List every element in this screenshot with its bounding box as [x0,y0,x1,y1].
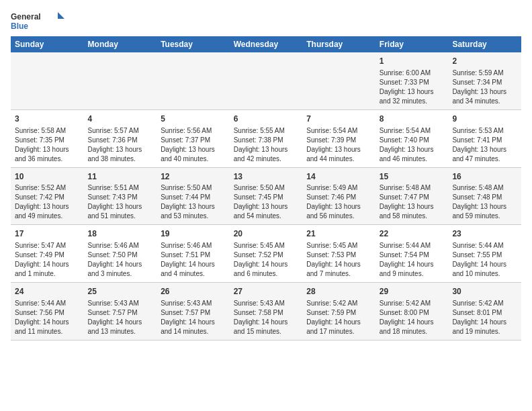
day-detail-text: Daylight: 13 hours and 59 minutes. [452,202,517,221]
day-detail-text: Sunset: 7:44 PM [161,193,226,202]
day-number: 20 [234,228,299,240]
calendar-cell: 8Sunrise: 5:54 AMSunset: 7:40 PMDaylight… [375,109,449,167]
calendar-cell: 13Sunrise: 5:50 AMSunset: 7:45 PMDayligh… [230,167,303,225]
calendar-cell [157,52,230,109]
day-detail-text: Sunrise: 5:45 AM [234,241,299,250]
day-detail-text: Sunset: 8:00 PM [380,308,445,318]
day-detail-text: Daylight: 13 hours and 34 minutes. [452,87,517,106]
day-detail-text: Sunrise: 5:43 AM [234,299,299,308]
day-number: 25 [88,286,153,298]
day-detail-text: Sunset: 7:47 PM [380,193,445,202]
calendar-cell: 14Sunrise: 5:49 AMSunset: 7:46 PMDayligh… [302,167,375,225]
day-number: 15 [380,171,445,183]
calendar-cell: 25Sunrise: 5:43 AMSunset: 7:57 PMDayligh… [84,283,157,340]
calendar-cell: 1Sunrise: 6:00 AMSunset: 7:33 PMDaylight… [375,52,449,109]
day-detail-text: Sunset: 7:49 PM [15,250,80,260]
logo-icon: General Blue [11,11,64,31]
calendar-cell: 22Sunrise: 5:44 AMSunset: 7:54 PMDayligh… [375,225,449,283]
day-detail-text: Sunrise: 5:54 AM [306,126,371,136]
day-number: 1 [380,56,445,67]
calendar-cell: 17Sunrise: 5:47 AMSunset: 7:49 PMDayligh… [11,225,84,283]
day-detail-text: Sunset: 7:41 PM [452,136,517,145]
day-detail-text: Daylight: 14 hours and 6 minutes. [234,260,299,279]
calendar-week-row: 3Sunrise: 5:58 AMSunset: 7:35 PMDaylight… [11,109,521,167]
day-detail-text: Daylight: 14 hours and 11 minutes. [15,318,80,336]
calendar-cell: 5Sunrise: 5:56 AMSunset: 7:37 PMDaylight… [157,109,230,167]
column-header-thursday: Thursday [302,36,375,52]
day-detail-text: Sunrise: 5:44 AM [452,241,517,250]
day-number: 30 [452,286,517,298]
column-header-wednesday: Wednesday [230,36,303,52]
day-detail-text: Sunset: 7:38 PM [234,136,299,145]
day-detail-text: Daylight: 13 hours and 40 minutes. [161,145,226,164]
calendar-cell: 28Sunrise: 5:42 AMSunset: 7:59 PMDayligh… [302,283,375,340]
day-detail-text: Sunset: 7:48 PM [452,193,517,202]
day-detail-text: Sunset: 7:37 PM [161,136,226,145]
day-detail-text: Sunrise: 5:46 AM [88,241,153,250]
day-number: 8 [380,113,445,125]
day-detail-text: Sunrise: 5:48 AM [380,183,445,193]
day-number: 29 [380,286,445,298]
day-detail-text: Sunset: 7:36 PM [88,136,153,145]
day-detail-text: Sunset: 7:33 PM [380,78,445,87]
calendar-cell: 29Sunrise: 5:42 AMSunset: 8:00 PMDayligh… [375,283,449,340]
day-detail-text: Sunrise: 6:00 AM [380,68,445,78]
day-number: 14 [306,171,371,183]
calendar-cell: 23Sunrise: 5:44 AMSunset: 7:55 PMDayligh… [448,225,521,283]
calendar-cell: 9Sunrise: 5:53 AMSunset: 7:41 PMDaylight… [448,109,521,167]
day-detail-text: Sunset: 7:52 PM [234,250,299,260]
day-detail-text: Sunset: 7:56 PM [15,308,80,318]
day-detail-text: Daylight: 14 hours and 15 minutes. [234,318,299,336]
day-detail-text: Daylight: 14 hours and 4 minutes. [161,260,226,279]
calendar-cell [84,52,157,109]
column-header-saturday: Saturday [448,36,521,52]
calendar-cell [11,52,84,109]
day-detail-text: Sunrise: 5:48 AM [452,183,517,193]
day-detail-text: Sunrise: 5:58 AM [15,126,80,136]
calendar-table: SundayMondayTuesdayWednesdayThursdayFrid… [11,36,521,340]
day-number: 11 [88,171,153,183]
day-detail-text: Sunset: 7:54 PM [380,250,445,260]
calendar-cell: 18Sunrise: 5:46 AMSunset: 7:50 PMDayligh… [84,225,157,283]
day-number: 9 [452,113,517,125]
day-number: 26 [161,286,226,298]
day-detail-text: Sunset: 7:43 PM [88,193,153,202]
day-detail-text: Sunset: 7:46 PM [306,193,371,202]
day-detail-text: Sunrise: 5:42 AM [380,299,445,308]
calendar-cell: 24Sunrise: 5:44 AMSunset: 7:56 PMDayligh… [11,283,84,340]
day-detail-text: Sunset: 7:35 PM [15,136,80,145]
day-number: 22 [380,228,445,240]
calendar-cell: 10Sunrise: 5:52 AMSunset: 7:42 PMDayligh… [11,167,84,225]
day-number: 21 [306,228,371,240]
calendar-cell [302,52,375,109]
day-number: 19 [161,228,226,240]
day-number: 17 [15,228,80,240]
day-detail-text: Sunset: 7:34 PM [452,78,517,87]
day-number: 10 [15,171,80,183]
day-detail-text: Sunset: 7:50 PM [88,250,153,260]
calendar-cell: 7Sunrise: 5:54 AMSunset: 7:39 PMDaylight… [302,109,375,167]
day-detail-text: Daylight: 13 hours and 53 minutes. [161,202,226,221]
day-detail-text: Sunrise: 5:52 AM [15,183,80,193]
day-detail-text: Daylight: 14 hours and 17 minutes. [306,318,371,336]
day-detail-text: Sunset: 7:40 PM [380,136,445,145]
calendar-cell: 6Sunrise: 5:55 AMSunset: 7:38 PMDaylight… [230,109,303,167]
day-number: 6 [234,113,299,125]
day-detail-text: Sunrise: 5:55 AM [234,126,299,136]
day-detail-text: Daylight: 13 hours and 51 minutes. [88,202,153,221]
svg-text:General: General [11,12,41,21]
calendar-cell: 16Sunrise: 5:48 AMSunset: 7:48 PMDayligh… [448,167,521,225]
day-number: 27 [234,286,299,298]
day-detail-text: Sunrise: 5:59 AM [452,68,517,78]
calendar-week-row: 24Sunrise: 5:44 AMSunset: 7:56 PMDayligh… [11,283,521,340]
column-header-tuesday: Tuesday [157,36,230,52]
calendar-cell: 11Sunrise: 5:51 AMSunset: 7:43 PMDayligh… [84,167,157,225]
day-detail-text: Sunrise: 5:47 AM [15,241,80,250]
day-detail-text: Daylight: 14 hours and 18 minutes. [380,318,445,336]
day-detail-text: Daylight: 14 hours and 14 minutes. [161,318,226,336]
calendar-cell: 15Sunrise: 5:48 AMSunset: 7:47 PMDayligh… [375,167,449,225]
day-detail-text: Sunrise: 5:44 AM [380,241,445,250]
calendar-cell: 27Sunrise: 5:43 AMSunset: 7:58 PMDayligh… [230,283,303,340]
day-detail-text: Daylight: 13 hours and 38 minutes. [88,145,153,164]
column-header-sunday: Sunday [11,36,84,52]
